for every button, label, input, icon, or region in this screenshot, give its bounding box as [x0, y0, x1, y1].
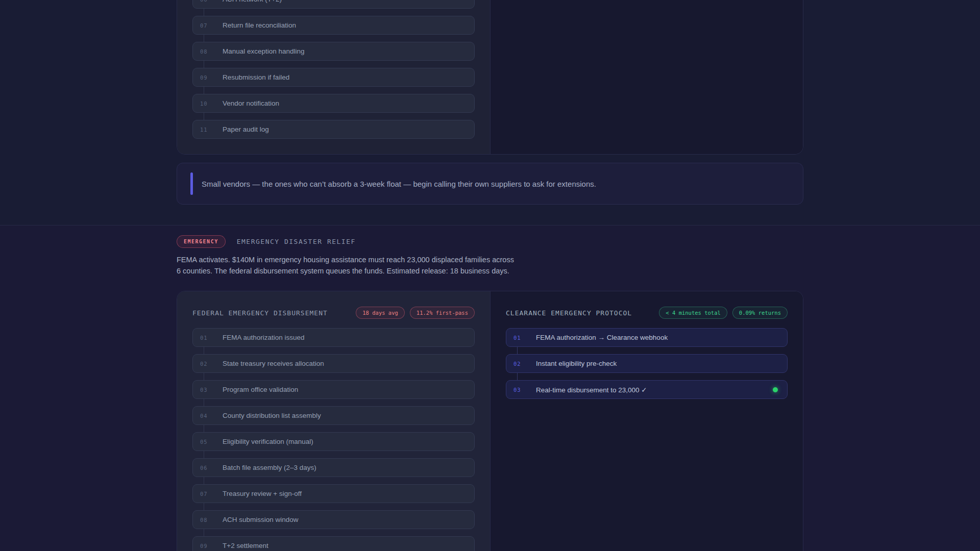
step-label: Manual exception handling — [223, 47, 305, 55]
step-number: 10 — [200, 101, 214, 107]
stat-badges: 18 days avg 11.2% first-pass — [356, 307, 475, 319]
scenario-description: FEMA activates. $140M in emergency housi… — [177, 254, 514, 277]
step-number: 02 — [200, 361, 214, 367]
step-item: 01 FEMA authorization issued — [192, 328, 475, 347]
pull-quote: Small vendors — the ones who can’t absor… — [177, 163, 803, 205]
step-connector — [204, 113, 204, 120]
stat-badge: 11.2% first-pass — [410, 307, 475, 319]
step-number: 05 — [200, 439, 214, 445]
step-number: 01 — [200, 335, 214, 341]
step-label: FEMA authorization → Clearance webhook — [536, 334, 668, 341]
stat-badge: < 4 minutes total — [659, 307, 727, 319]
step-label: T+2 settlement — [223, 542, 268, 549]
step-connector — [517, 347, 518, 354]
step-label: Program office validation — [223, 386, 298, 393]
step-item: 06 Batch file assembly (2–3 days) — [192, 458, 475, 477]
stat-badge: 18 days avg — [356, 307, 405, 319]
federal-steps-column: 06 ACH network (T+2) 07 Return file reco… — [177, 0, 490, 154]
clearance-steps-column: CLEARANCE EMERGENCY PROTOCOL < 4 minutes… — [490, 291, 803, 551]
step-number: 03 — [513, 387, 528, 393]
column-title: CLEARANCE EMERGENCY PROTOCOL — [506, 309, 632, 317]
step-number: 02 — [513, 361, 528, 367]
step-number: 09 — [200, 74, 214, 81]
step-number: 06 — [200, 465, 214, 471]
step-number: 07 — [200, 22, 214, 29]
step-number: 08 — [200, 48, 214, 55]
step-item: 02 Instant eligibility pre-check — [506, 354, 788, 373]
emergency-scenario-section: EMERGENCY EMERGENCY DISASTER RELIEF FEMA… — [0, 226, 980, 551]
scenario-header: EMERGENCY EMERGENCY DISASTER RELIEF — [177, 235, 803, 248]
step-label: County distribution list assembly — [223, 412, 321, 419]
step-number: 03 — [200, 387, 214, 393]
step-label: Paper audit log — [223, 126, 269, 133]
federal-steps-column: FEDERAL EMERGENCY DISBURSEMENT 18 days a… — [177, 291, 490, 551]
step-number: 04 — [200, 413, 214, 419]
step-number: 07 — [200, 491, 214, 497]
step-item: 10 Vendor notification — [192, 94, 475, 113]
step-item: 07 Treasury review + sign-off — [192, 484, 475, 503]
stat-badge: 0.09% returns — [732, 307, 788, 319]
step-item: 09 Resubmission if failed — [192, 68, 475, 87]
clearance-steps-column-empty — [490, 0, 803, 154]
step-item: 04 County distribution list assembly — [192, 406, 475, 425]
content-container: 06 ACH network (T+2) 07 Return file reco… — [177, 0, 803, 205]
step-label: Eligibility verification (manual) — [223, 438, 313, 445]
step-connector — [204, 61, 204, 68]
step-label: ACH submission window — [223, 516, 299, 523]
step-connector — [204, 347, 204, 354]
step-connector — [204, 87, 204, 94]
step-label: Treasury review + sign-off — [223, 490, 302, 497]
emergency-comparison-grid: FEDERAL EMERGENCY DISBURSEMENT 18 days a… — [177, 291, 803, 551]
previous-scenario-section: 06 ACH network (T+2) 07 Return file reco… — [0, 0, 980, 226]
step-item: 05 Eligibility verification (manual) — [192, 432, 475, 451]
step-connector — [204, 529, 204, 536]
step-item: 03 Program office validation — [192, 380, 475, 399]
step-label: State treasury receives allocation — [223, 360, 324, 367]
quote-text: Small vendors — the ones who can’t absor… — [202, 180, 596, 188]
step-item: 11 Paper audit log — [192, 120, 475, 139]
step-connector — [204, 9, 204, 16]
step-item: 03 Real-time disbursement to 23,000 ✓ — [506, 380, 788, 399]
step-connector — [204, 451, 204, 458]
step-connector — [204, 373, 204, 380]
step-number: 08 — [200, 517, 214, 523]
step-label: Vendor notification — [223, 99, 279, 107]
column-header: CLEARANCE EMERGENCY PROTOCOL < 4 minutes… — [506, 307, 788, 319]
step-connector — [204, 399, 204, 406]
step-connector — [204, 35, 204, 42]
stat-badges: < 4 minutes total 0.09% returns — [659, 307, 788, 319]
step-item: 09 T+2 settlement — [192, 536, 475, 551]
step-number: 09 — [200, 543, 214, 549]
step-label: FEMA authorization issued — [223, 334, 305, 341]
step-item: 02 State treasury receives allocation — [192, 354, 475, 373]
step-number: 01 — [513, 335, 528, 341]
success-status-dot-icon — [773, 387, 778, 392]
step-label: Resubmission if failed — [223, 73, 289, 81]
content-container: EMERGENCY EMERGENCY DISASTER RELIEF FEMA… — [177, 235, 803, 551]
step-number: 11 — [200, 127, 214, 133]
previous-comparison-grid: 06 ACH network (T+2) 07 Return file reco… — [177, 0, 803, 155]
step-connector — [204, 477, 204, 484]
quote-accent-bar — [190, 172, 193, 195]
step-label: Return file reconciliation — [223, 21, 296, 29]
step-item: 06 ACH network (T+2) — [192, 0, 475, 9]
step-number: 06 — [200, 0, 214, 3]
step-item: 01 FEMA authorization → Clearance webhoo… — [506, 328, 788, 347]
emergency-tag-badge: EMERGENCY — [177, 235, 226, 248]
step-label: Batch file assembly (2–3 days) — [223, 464, 316, 471]
step-item: 08 Manual exception handling — [192, 42, 475, 61]
step-item: 08 ACH submission window — [192, 510, 475, 529]
step-label: Instant eligibility pre-check — [536, 360, 617, 367]
step-label: ACH network (T+2) — [223, 0, 282, 3]
step-label: Real-time disbursement to 23,000 ✓ — [536, 386, 647, 394]
column-header: FEDERAL EMERGENCY DISBURSEMENT 18 days a… — [192, 307, 475, 319]
step-connector — [204, 503, 204, 510]
step-item: 07 Return file reconciliation — [192, 16, 475, 35]
step-connector — [517, 373, 518, 380]
scenario-title: EMERGENCY DISASTER RELIEF — [237, 238, 356, 245]
column-title: FEDERAL EMERGENCY DISBURSEMENT — [192, 309, 328, 317]
step-connector — [204, 425, 204, 432]
